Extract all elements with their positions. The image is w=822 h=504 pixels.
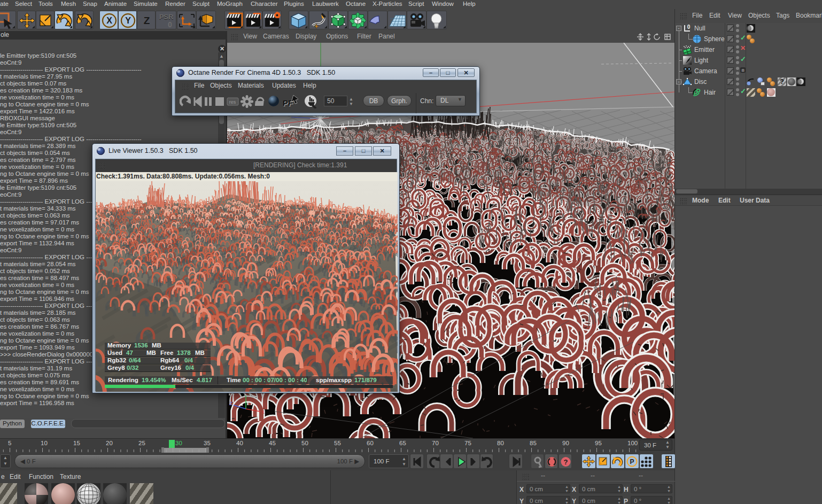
svg-text:Z: Z <box>144 15 150 26</box>
svg-text:X: X <box>106 16 112 25</box>
svg-text:Z: Z <box>229 401 232 406</box>
svg-text:X: X <box>261 409 265 415</box>
svg-text:PSR: PSR <box>159 13 174 21</box>
svg-text:P: P <box>630 458 634 466</box>
svg-text:PF: PF <box>283 98 293 107</box>
svg-text:0: 0 <box>168 20 172 29</box>
svg-text:res: res <box>229 99 236 105</box>
svg-text:?: ? <box>564 458 568 466</box>
svg-text:+: + <box>314 22 319 30</box>
svg-text:0: 0 <box>687 24 691 30</box>
svg-text:Y: Y <box>125 16 131 25</box>
